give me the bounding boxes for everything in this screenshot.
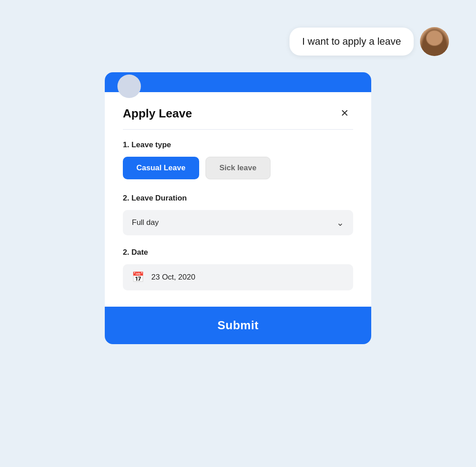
modal-header: Apply Leave ✕	[123, 105, 353, 122]
modal-card: Apply Leave ✕ 1. Leave type Casual Leave…	[105, 92, 371, 307]
sick-leave-button[interactable]: Sick leave	[205, 157, 271, 179]
chat-area: I want to apply a leave	[289, 27, 449, 56]
submit-bar[interactable]: Submit	[105, 307, 371, 344]
duration-dropdown[interactable]: Full day ⌄	[123, 210, 353, 235]
close-button[interactable]: ✕	[336, 105, 353, 122]
modal-title: Apply Leave	[123, 107, 192, 121]
chat-bubble: I want to apply a leave	[289, 28, 414, 56]
leave-type-row: Casual Leave Sick leave	[123, 157, 353, 179]
chevron-down-icon: ⌄	[336, 217, 344, 228]
avatar	[420, 27, 449, 56]
modal-wrapper: Apply Leave ✕ 1. Leave type Casual Leave…	[105, 72, 371, 344]
casual-leave-button[interactable]: Casual Leave	[123, 157, 199, 179]
calendar-icon: 📅	[132, 271, 144, 283]
submit-label: Submit	[217, 318, 258, 332]
date-label: 2. Date	[123, 248, 353, 257]
modal-top-circle	[117, 75, 141, 98]
duration-label: 2. Leave Duration	[123, 194, 353, 203]
date-field[interactable]: 📅 23 Oct, 2020	[123, 264, 353, 290]
avatar-image	[420, 27, 449, 56]
date-value: 23 Oct, 2020	[151, 273, 195, 282]
page-wrapper: I want to apply a leave Apply Leave ✕ 1.…	[0, 0, 476, 467]
divider	[123, 129, 353, 130]
modal-top-bar	[105, 72, 371, 92]
leave-type-label: 1. Leave type	[123, 140, 353, 149]
duration-value: Full day	[132, 218, 159, 227]
